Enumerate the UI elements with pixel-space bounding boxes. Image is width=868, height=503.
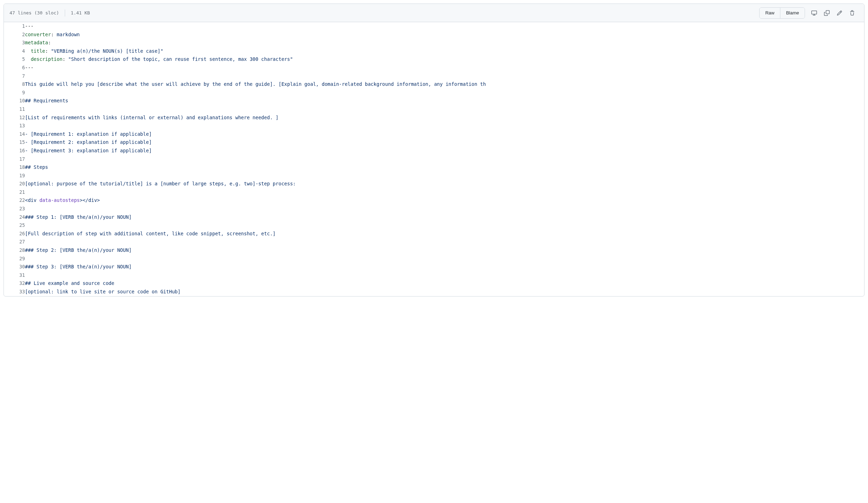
line-content[interactable]: - [Requirement 1: explanation if applica… <box>25 130 864 139</box>
lines-count: 47 lines (30 sloc) <box>10 10 59 15</box>
line-content[interactable] <box>25 255 864 263</box>
code-line: 4 title: "VERBing a(n)/the NOUN(s) [titl… <box>4 47 864 56</box>
line-content[interactable]: ### Step 2: [VERB the/a(n)/your NOUN] <box>25 246 864 255</box>
line-content[interactable]: ### Step 3: [VERB the/a(n)/your NOUN] <box>25 263 864 271</box>
code-line: 27 <box>4 238 864 246</box>
code-line: 17 <box>4 155 864 164</box>
line-content[interactable] <box>25 238 864 246</box>
line-number[interactable]: 10 <box>4 97 25 105</box>
line-number[interactable]: 23 <box>4 205 25 213</box>
line-content[interactable]: ## Steps <box>25 163 864 172</box>
line-content[interactable]: converter: markdown <box>25 31 864 39</box>
code-line: 32## Live example and source code <box>4 279 864 288</box>
line-content[interactable] <box>25 221 864 230</box>
line-content[interactable]: - [Requirement 2: explanation if applica… <box>25 138 864 147</box>
line-content[interactable] <box>25 72 864 81</box>
code-line: 2converter: markdown <box>4 31 864 39</box>
line-content[interactable]: [optional: purpose of the tutorial/title… <box>25 180 864 188</box>
line-number[interactable]: 9 <box>4 89 25 97</box>
line-number[interactable]: 20 <box>4 180 25 188</box>
line-content[interactable]: metadata: <box>25 39 864 47</box>
line-content[interactable]: <div data-autosteps></div> <box>25 196 864 205</box>
code-line: 31 <box>4 271 864 280</box>
line-number[interactable]: 5 <box>4 55 25 64</box>
line-content[interactable]: [Full description of step with additiona… <box>25 230 864 238</box>
file-container: 47 lines (30 sloc) 1.41 KB Raw Blame <box>4 4 864 297</box>
line-number[interactable]: 33 <box>4 288 25 296</box>
code-line: 18## Steps <box>4 163 864 172</box>
code-line: 24### Step 1: [VERB the/a(n)/your NOUN] <box>4 213 864 222</box>
line-number[interactable]: 24 <box>4 213 25 222</box>
code-line: 11 <box>4 105 864 114</box>
line-content[interactable]: ### Step 1: [VERB the/a(n)/your NOUN] <box>25 213 864 222</box>
code-line: 8This guide will help you [describe what… <box>4 80 864 89</box>
code-line: 16- [Requirement 3: explanation if appli… <box>4 147 864 155</box>
code-line: 22<div data-autosteps></div> <box>4 196 864 205</box>
code-line: 29 <box>4 255 864 263</box>
code-line: 13 <box>4 122 864 130</box>
line-number[interactable]: 4 <box>4 47 25 56</box>
line-number[interactable]: 21 <box>4 188 25 197</box>
delete-icon[interactable] <box>846 7 858 19</box>
line-number[interactable]: 26 <box>4 230 25 238</box>
line-number[interactable]: 3 <box>4 39 25 47</box>
line-content[interactable] <box>25 155 864 164</box>
line-content[interactable]: --- <box>25 64 864 72</box>
line-number[interactable]: 2 <box>4 31 25 39</box>
code-line: 9 <box>4 89 864 97</box>
line-number[interactable]: 8 <box>4 80 25 89</box>
copy-icon[interactable] <box>820 7 833 19</box>
code-line: 3metadata: <box>4 39 864 47</box>
line-content[interactable]: [List of requirements with links (intern… <box>25 114 864 122</box>
line-content[interactable]: ## Requirements <box>25 97 864 105</box>
line-content[interactable]: --- <box>25 22 864 31</box>
line-number[interactable]: 19 <box>4 172 25 180</box>
line-number[interactable]: 13 <box>4 122 25 130</box>
line-content[interactable] <box>25 89 864 97</box>
code-line: 6--- <box>4 64 864 72</box>
code-line: 7 <box>4 72 864 81</box>
code-line: 19 <box>4 172 864 180</box>
line-content[interactable]: This guide will help you [describe what … <box>25 80 864 89</box>
line-number[interactable]: 12 <box>4 114 25 122</box>
line-number[interactable]: 25 <box>4 221 25 230</box>
line-content[interactable] <box>25 122 864 130</box>
line-content[interactable] <box>25 105 864 114</box>
line-content[interactable] <box>25 271 864 280</box>
file-info: 47 lines (30 sloc) 1.41 KB <box>10 9 90 17</box>
line-number[interactable]: 18 <box>4 163 25 172</box>
line-content[interactable]: - [Requirement 3: explanation if applica… <box>25 147 864 155</box>
line-number[interactable]: 32 <box>4 279 25 288</box>
code-line: 21 <box>4 188 864 197</box>
line-number[interactable]: 1 <box>4 22 25 31</box>
line-number[interactable]: 7 <box>4 72 25 81</box>
line-content[interactable]: description: "Short description of the t… <box>25 55 864 64</box>
line-number[interactable]: 11 <box>4 105 25 114</box>
line-content[interactable]: [optional: link to live site or source c… <box>25 288 864 296</box>
line-number[interactable]: 14 <box>4 130 25 139</box>
file-size: 1.41 KB <box>71 10 90 15</box>
code-line: 1--- <box>4 22 864 31</box>
line-number[interactable]: 15 <box>4 138 25 147</box>
line-number[interactable]: 29 <box>4 255 25 263</box>
line-content[interactable] <box>25 205 864 213</box>
blame-button[interactable]: Blame <box>780 8 805 18</box>
line-content[interactable] <box>25 188 864 197</box>
line-number[interactable]: 30 <box>4 263 25 271</box>
code-line: 5 description: "Short description of the… <box>4 55 864 64</box>
line-number[interactable]: 31 <box>4 271 25 280</box>
code-line: 33[optional: link to live site or source… <box>4 288 864 296</box>
line-number[interactable]: 22 <box>4 196 25 205</box>
desktop-icon[interactable] <box>808 7 820 19</box>
raw-button[interactable]: Raw <box>760 8 780 18</box>
line-number[interactable]: 6 <box>4 64 25 72</box>
line-number[interactable]: 16 <box>4 147 25 155</box>
line-content[interactable] <box>25 172 864 180</box>
line-number[interactable]: 17 <box>4 155 25 164</box>
file-header: 47 lines (30 sloc) 1.41 KB Raw Blame <box>4 4 864 22</box>
line-number[interactable]: 27 <box>4 238 25 246</box>
edit-icon[interactable] <box>833 7 846 19</box>
line-content[interactable]: ## Live example and source code <box>25 279 864 288</box>
line-number[interactable]: 28 <box>4 246 25 255</box>
line-content[interactable]: title: "VERBing a(n)/the NOUN(s) [title … <box>25 47 864 56</box>
